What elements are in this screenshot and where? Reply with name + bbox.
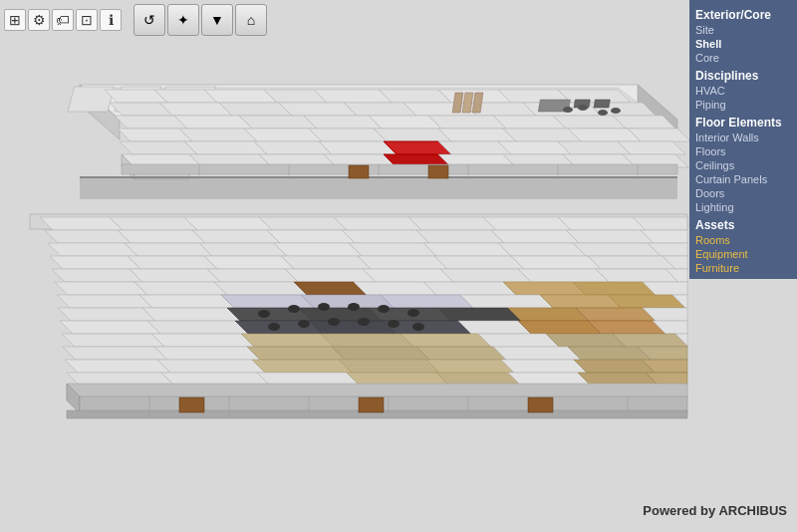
- svg-marker-113: [285, 269, 376, 282]
- settings-icon[interactable]: ⚙: [28, 9, 50, 31]
- nav-buttons: ↺ ✦ ▼ ⌂: [133, 4, 267, 36]
- svg-marker-155: [62, 334, 164, 347]
- svg-marker-116: [518, 269, 609, 282]
- svg-marker-12: [314, 90, 392, 103]
- svg-rect-205: [349, 165, 369, 178]
- svg-marker-156: [151, 334, 254, 347]
- panel-item-piping[interactable]: Piping: [695, 98, 791, 112]
- svg-marker-77: [259, 217, 347, 230]
- panel-item-site[interactable]: Site: [695, 23, 791, 37]
- svg-marker-124: [423, 282, 516, 295]
- svg-marker-36: [179, 129, 257, 141]
- svg-marker-140: [299, 308, 382, 321]
- toolbar: ⊞ ⚙ 🏷 ⊡ ℹ ↺ ✦ ▼ ⌂: [0, 0, 271, 40]
- home-button[interactable]: ⌂: [235, 4, 267, 36]
- svg-marker-94: [199, 243, 287, 256]
- section-header-disciplines: Disciplines: [695, 69, 791, 83]
- svg-point-213: [348, 303, 360, 311]
- svg-marker-120: [134, 282, 227, 295]
- panel-item-ceilings[interactable]: Ceilings: [695, 158, 791, 172]
- svg-point-225: [611, 108, 621, 114]
- grid-icon[interactable]: ⊡: [76, 9, 98, 31]
- svg-marker-27: [174, 116, 252, 129]
- svg-rect-67: [594, 100, 610, 108]
- svg-point-216: [268, 323, 280, 331]
- svg-marker-108: [588, 256, 675, 269]
- down-button[interactable]: ▼: [201, 4, 233, 36]
- svg-marker-95: [274, 243, 362, 256]
- svg-marker-102: [128, 256, 217, 269]
- svg-point-224: [598, 110, 608, 116]
- building-visualization: [0, 0, 797, 532]
- svg-marker-78: [334, 217, 421, 230]
- panel-item-furniture[interactable]: Furniture: [695, 261, 791, 275]
- svg-marker-149: [309, 321, 397, 334]
- tag-icon[interactable]: 🏷: [52, 9, 74, 31]
- panel-item-rooms[interactable]: Rooms: [695, 233, 791, 247]
- svg-marker-158: [321, 334, 413, 347]
- svg-rect-208: [359, 398, 384, 412]
- svg-point-210: [258, 310, 270, 318]
- svg-marker-38: [309, 129, 387, 141]
- svg-marker-114: [363, 269, 453, 282]
- panel-item-shell[interactable]: Shell: [695, 37, 791, 51]
- svg-marker-130: [221, 295, 314, 308]
- svg-marker-153: [588, 321, 665, 334]
- svg-marker-41: [503, 129, 581, 141]
- svg-marker-89: [491, 230, 579, 243]
- svg-marker-20: [279, 103, 357, 116]
- svg-marker-39: [374, 129, 451, 141]
- svg-marker-90: [566, 230, 654, 243]
- panel-item-curtain-panels[interactable]: Curtain Panels: [695, 172, 791, 186]
- svg-marker-147: [147, 321, 248, 334]
- svg-marker-81: [558, 217, 646, 230]
- panel-item-floors[interactable]: Floors: [695, 144, 791, 158]
- svg-marker-106: [434, 256, 524, 269]
- section-header-assets: Assets: [695, 218, 791, 232]
- svg-marker-45: [184, 141, 267, 154]
- move-button[interactable]: ✦: [167, 4, 199, 36]
- layers-icon[interactable]: ⊞: [4, 9, 26, 31]
- svg-marker-103: [204, 256, 294, 269]
- panel-item-equipment[interactable]: Equipment: [695, 247, 791, 261]
- svg-marker-165: [154, 347, 260, 360]
- svg-point-222: [563, 107, 573, 113]
- powered-by-label: Powered by ARCHIBUS: [643, 503, 787, 518]
- svg-marker-31: [428, 116, 506, 129]
- svg-point-219: [358, 318, 370, 326]
- svg-marker-129: [139, 295, 234, 308]
- info-icon[interactable]: ℹ: [100, 9, 122, 31]
- svg-marker-71: [80, 177, 677, 199]
- svg-marker-75: [110, 217, 197, 230]
- svg-marker-173: [157, 360, 265, 373]
- svg-marker-164: [63, 347, 167, 360]
- panel-item-doors[interactable]: Doors: [695, 186, 791, 200]
- svg-marker-135: [608, 295, 685, 308]
- svg-marker-101: [50, 256, 140, 269]
- reset-button[interactable]: ↺: [133, 4, 165, 36]
- svg-marker-111: [130, 269, 220, 282]
- svg-marker-117: [596, 269, 678, 282]
- svg-marker-105: [358, 256, 447, 269]
- svg-marker-99: [573, 243, 661, 256]
- panel-item-interior-walls[interactable]: Interior Walls: [695, 131, 791, 144]
- svg-rect-206: [428, 165, 448, 178]
- svg-marker-169: [493, 347, 581, 360]
- svg-marker-86: [267, 230, 355, 243]
- svg-marker-166: [247, 347, 345, 360]
- svg-rect-207: [179, 398, 204, 412]
- svg-marker-121: [214, 282, 307, 295]
- section-header-floor-elements: Floor Elements: [695, 116, 791, 130]
- svg-marker-104: [281, 256, 371, 269]
- svg-marker-170: [568, 347, 651, 360]
- svg-marker-115: [440, 269, 531, 282]
- panel-item-hvac[interactable]: HVAC: [695, 84, 791, 98]
- svg-marker-88: [416, 230, 504, 243]
- svg-rect-209: [528, 398, 553, 412]
- panel-item-lighting[interactable]: Lighting: [695, 200, 791, 214]
- svg-marker-125: [503, 282, 586, 295]
- panel-item-core[interactable]: Core: [695, 51, 791, 65]
- svg-marker-132: [381, 295, 473, 308]
- svg-marker-160: [478, 334, 559, 347]
- svg-marker-119: [55, 282, 147, 295]
